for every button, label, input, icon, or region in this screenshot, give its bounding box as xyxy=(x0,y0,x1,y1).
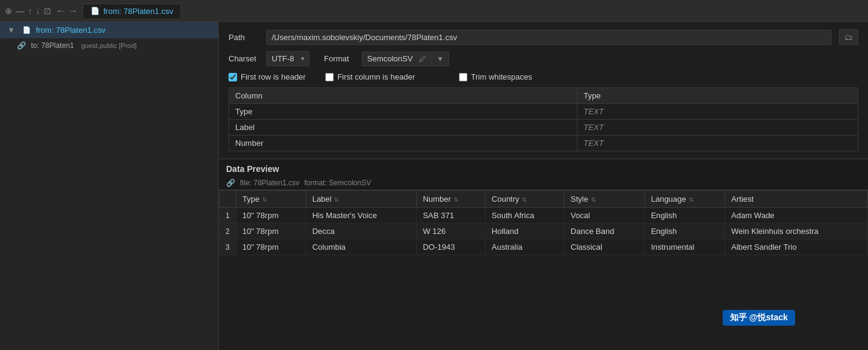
sort-icon: ⇅ xyxy=(591,196,596,203)
tab-icon: 📄 xyxy=(91,7,100,15)
data-cell: DO-1943 xyxy=(416,239,485,255)
path-input[interactable] xyxy=(266,30,832,45)
sidebar-item-from[interactable]: ▼ 📄 from: 78Platen1.csv xyxy=(0,22,218,38)
sidebar: ▼ 📄 from: 78Platen1.csv 🔗 to: 78Platen1 … xyxy=(0,22,219,350)
data-cell: Holland xyxy=(485,224,564,239)
forward-button[interactable]: → xyxy=(68,5,78,16)
preview-col-header[interactable]: Country⇅ xyxy=(485,191,564,208)
column-name-cell: Label xyxy=(229,120,577,136)
preview-header-row: Type⇅Label⇅Number⇅Country⇅Style⇅Language… xyxy=(219,191,868,208)
top-bar: ⊕ — ↑ ↓ ⊡ ← → 📄 from: 78Platen1.csv xyxy=(0,0,868,22)
data-cell: His Master's Voice xyxy=(306,208,416,224)
column-name-cell: Type xyxy=(229,104,577,120)
checkboxes-row: First row is header First column is head… xyxy=(229,72,858,81)
data-cell: Dance Band xyxy=(564,224,644,239)
format-edit-icon[interactable]: 🖊 xyxy=(416,53,429,64)
data-cell: 10" 78rpm xyxy=(236,239,306,255)
trim-whitespaces-label: Trim whitespaces xyxy=(471,72,532,81)
copy-icon[interactable]: ⊡ xyxy=(44,6,51,16)
data-preview-section: Data Preview 🔗 file: 78Platen1.csv forma… xyxy=(219,159,868,350)
preview-table-wrapper[interactable]: Type⇅Label⇅Number⇅Country⇅Style⇅Language… xyxy=(219,190,868,350)
row-number-cell: 3 xyxy=(219,239,236,255)
chevron-down-icon: ▼ xyxy=(7,26,15,35)
preview-col-header[interactable]: Label⇅ xyxy=(306,191,416,208)
column-header: Column xyxy=(229,88,577,104)
first-col-header-label: First column is header xyxy=(337,72,415,81)
column-type-table: Column Type TypeTEXTLabelTEXTNumberTEXT xyxy=(229,88,858,151)
data-cell: Vocal xyxy=(564,208,644,224)
active-tab[interactable]: 📄 from: 78Platen1.csv xyxy=(83,4,181,18)
data-cell: Australia xyxy=(485,239,564,255)
charset-label: Charset xyxy=(229,54,259,63)
sort-icon: ⇅ xyxy=(689,196,694,203)
preview-col-header[interactable]: Language⇅ xyxy=(644,191,725,208)
table-row: 310" 78rpmColumbiaDO-1943AustraliaClassi… xyxy=(219,239,868,255)
first-col-header-checkbox[interactable]: First column is header xyxy=(325,72,415,81)
sort-icon: ⇅ xyxy=(262,196,267,203)
add-icon[interactable]: ⊕ xyxy=(5,6,12,16)
charset-format-row: Charset UTF-8 ▼ Format SemcolonSV 🖊 ▼ xyxy=(229,51,858,66)
charset-select[interactable]: UTF-8 xyxy=(266,51,309,66)
data-cell: South Africa xyxy=(485,208,564,224)
data-cell: SAB 371 xyxy=(416,208,485,224)
table-row: LabelTEXT xyxy=(229,120,858,136)
preview-meta-format: format: SemcolonSV xyxy=(304,179,371,187)
main-layout: ▼ 📄 from: 78Platen1.csv 🔗 to: 78Platen1 … xyxy=(0,22,868,350)
data-cell: Columbia xyxy=(306,239,416,255)
sidebar-from-label: from: 78Platen1.csv xyxy=(36,26,106,35)
first-row-header-label: First row is header xyxy=(241,72,306,81)
preview-col-header[interactable]: Type⇅ xyxy=(236,191,306,208)
preview-meta: 🔗 file: 78Platen1.csv format: SemcolonSV xyxy=(219,176,868,190)
content-area: Path 🗂 Charset UTF-8 ▼ Format SemcolonSV… xyxy=(219,22,868,350)
format-label: Format xyxy=(324,54,354,63)
row-number-cell: 1 xyxy=(219,208,236,224)
data-cell: English xyxy=(644,224,725,239)
minus-icon[interactable]: — xyxy=(16,6,24,16)
column-type-cell: TEXT xyxy=(577,104,858,120)
sort-icon: ⇅ xyxy=(522,196,526,203)
link-icon: 🔗 xyxy=(17,41,26,50)
toolbar-icons: ⊕ — ↑ ↓ ⊡ xyxy=(5,6,51,16)
back-button[interactable]: ← xyxy=(56,5,66,16)
folder-button[interactable]: 🗂 xyxy=(839,29,858,45)
data-cell: Adam Wade xyxy=(725,208,868,224)
preview-meta-link-icon: 🔗 xyxy=(226,179,235,187)
row-number-cell: 2 xyxy=(219,224,236,239)
data-cell: Albert Sandler Trio xyxy=(725,239,868,255)
data-cell: English xyxy=(644,208,725,224)
table-row: 210" 78rpmDeccaW 126HollandDance BandEng… xyxy=(219,224,868,239)
column-name-cell: Number xyxy=(229,136,577,151)
data-cell: Classical xyxy=(564,239,644,255)
config-panel: Path 🗂 Charset UTF-8 ▼ Format SemcolonSV… xyxy=(219,22,868,159)
down-icon[interactable]: ↓ xyxy=(36,6,40,16)
sort-icon: ⇅ xyxy=(453,196,458,203)
format-value: SemcolonSV xyxy=(365,54,415,63)
table-row: NumberTEXT xyxy=(229,136,858,151)
preview-col-header[interactable]: Number⇅ xyxy=(416,191,485,208)
first-row-header-checkbox[interactable]: First row is header xyxy=(229,72,306,81)
charset-select-wrapper: UTF-8 ▼ xyxy=(266,51,309,66)
column-type-cell: TEXT xyxy=(577,120,858,136)
trim-whitespaces-checkbox[interactable]: Trim whitespaces xyxy=(459,72,532,81)
preview-title: Data Preview xyxy=(219,159,868,176)
data-cell: 10" 78rpm xyxy=(236,224,306,239)
data-cell: Instrumental xyxy=(644,239,725,255)
data-cell: Decca xyxy=(306,224,416,239)
column-type-cell: TEXT xyxy=(577,136,858,151)
preview-col-header[interactable]: Style⇅ xyxy=(564,191,644,208)
up-icon[interactable]: ↑ xyxy=(28,6,32,16)
sidebar-item-to[interactable]: 🔗 to: 78Platen1 guest.public [Prod] xyxy=(0,38,218,53)
preview-col-header: Artiest xyxy=(725,191,868,208)
format-dropdown-icon[interactable]: ▼ xyxy=(434,53,446,64)
preview-table: Type⇅Label⇅Number⇅Country⇅Style⇅Language… xyxy=(219,190,868,255)
format-selector: SemcolonSV 🖊 ▼ xyxy=(362,52,449,66)
data-cell: W 126 xyxy=(416,224,485,239)
format-divider xyxy=(431,55,432,63)
type-header: Type xyxy=(577,88,858,104)
sort-icon: ⇅ xyxy=(334,196,339,203)
sidebar-to-badge: guest.public [Prod] xyxy=(81,42,137,49)
row-num-header xyxy=(219,191,236,208)
tab-label: from: 78Platen1.csv xyxy=(103,7,173,16)
table-row: 110" 78rpmHis Master's VoiceSAB 371South… xyxy=(219,208,868,224)
table-row: TypeTEXT xyxy=(229,104,858,120)
